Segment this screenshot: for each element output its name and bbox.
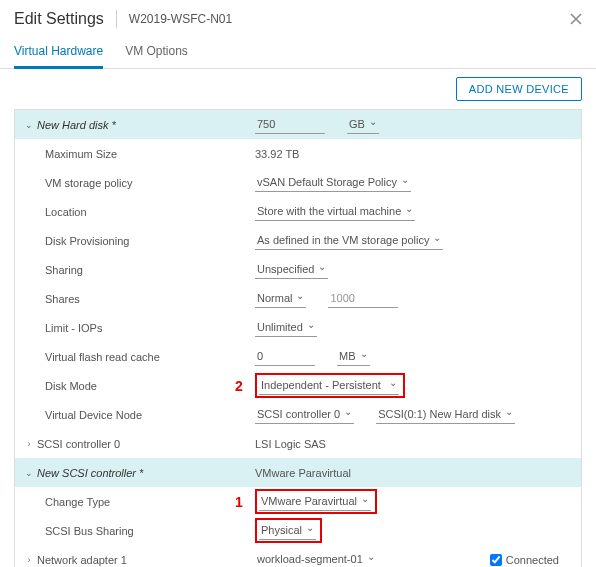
label: SCSI controller 0 <box>37 438 120 450</box>
row-vm-storage-policy: VM storage policy vSAN Default Storage P… <box>15 168 581 197</box>
limit-iops-select[interactable]: Unlimited <box>255 318 317 337</box>
label: VM storage policy <box>45 177 132 189</box>
annotation-2: 2 <box>235 378 243 394</box>
label: Disk Provisioning <box>45 235 129 247</box>
vm-storage-policy-select[interactable]: vSAN Default Storage Policy <box>255 173 411 192</box>
bus-sharing-select[interactable]: Physical <box>259 521 316 540</box>
tabs: Virtual Hardware VM Options <box>0 32 596 69</box>
section-new-hard-disk[interactable]: ⌄ New Hard disk * GB <box>15 110 581 139</box>
tab-virtual-hardware[interactable]: Virtual Hardware <box>14 38 103 69</box>
section-label: New SCSI controller * <box>37 467 143 479</box>
annotation-1: 1 <box>235 494 243 510</box>
chevron-down-icon[interactable]: ⌄ <box>25 468 33 478</box>
label: Maximum Size <box>45 148 117 160</box>
shares-value-input[interactable] <box>328 289 398 308</box>
label: Location <box>45 206 87 218</box>
row-vfrc: Virtual flash read cache MB <box>15 342 581 371</box>
value: VMware Paravirtual <box>255 467 351 479</box>
dialog-header: Edit Settings W2019-WSFC-N01 <box>0 0 596 32</box>
chevron-down-icon[interactable]: ⌄ <box>25 120 33 130</box>
row-shares: Shares Normal <box>15 284 581 313</box>
value: 33.92 TB <box>255 148 299 160</box>
vdn-disk-select[interactable]: SCSI(0:1) New Hard disk <box>376 405 515 424</box>
checkbox-input[interactable] <box>490 554 502 566</box>
row-max-size: Maximum Size 33.92 TB <box>15 139 581 168</box>
row-sharing: Sharing Unspecified <box>15 255 581 284</box>
settings-panel[interactable]: ⌄ New Hard disk * GB Maximum Size 33.92 … <box>14 109 582 567</box>
label: Sharing <box>45 264 83 276</box>
location-select[interactable]: Store with the virtual machine <box>255 202 415 221</box>
disk-size-input[interactable] <box>255 115 325 134</box>
row-scsi-bus-sharing: SCSI Bus Sharing Physical <box>15 516 581 545</box>
label: Disk Mode <box>45 380 97 392</box>
row-disk-provisioning: Disk Provisioning As defined in the VM s… <box>15 226 581 255</box>
section-label: New Hard disk * <box>37 119 116 131</box>
disk-mode-select[interactable]: Independent - Persistent <box>259 376 399 395</box>
highlight-change-type: VMware Paravirtual <box>255 489 377 514</box>
chevron-right-icon[interactable]: › <box>25 555 33 565</box>
highlight-disk-mode: Independent - Persistent <box>255 373 405 398</box>
row-location: Location Store with the virtual machine <box>15 197 581 226</box>
close-icon[interactable] <box>570 12 582 28</box>
disk-size-unit-select[interactable]: GB <box>347 115 379 134</box>
edit-settings-dialog: Edit Settings W2019-WSFC-N01 Virtual Har… <box>0 0 596 567</box>
chevron-right-icon[interactable]: › <box>25 439 33 449</box>
net-connected-checkbox[interactable]: Connected <box>490 554 559 566</box>
label: SCSI Bus Sharing <box>45 525 134 537</box>
row-network-adapter-1[interactable]: › Network adapter 1 workload-segment-01 … <box>15 545 581 567</box>
value: LSI Logic SAS <box>255 438 326 450</box>
shares-select[interactable]: Normal <box>255 289 306 308</box>
section-new-scsi-controller[interactable]: ⌄ New SCSI controller * VMware Paravirtu… <box>15 458 581 487</box>
label: Shares <box>45 293 80 305</box>
label: Virtual flash read cache <box>45 351 160 363</box>
row-scsi-controller-0[interactable]: › SCSI controller 0 LSI Logic SAS <box>15 429 581 458</box>
tab-vm-options[interactable]: VM Options <box>125 38 188 68</box>
label: Limit - IOPs <box>45 322 102 334</box>
vdn-controller-select[interactable]: SCSI controller 0 <box>255 405 354 424</box>
label: Network adapter 1 <box>37 554 127 566</box>
label: Change Type <box>45 496 110 508</box>
vm-name: W2019-WSFC-N01 <box>129 12 232 26</box>
toolbar: ADD NEW DEVICE <box>0 69 596 109</box>
sharing-select[interactable]: Unspecified <box>255 260 328 279</box>
row-limit-iops: Limit - IOPs Unlimited <box>15 313 581 342</box>
row-change-type: Change Type 1 VMware Paravirtual <box>15 487 581 516</box>
row-disk-mode: Disk Mode 2 Independent - Persistent <box>15 371 581 400</box>
row-virtual-device-node: Virtual Device Node SCSI controller 0 SC… <box>15 400 581 429</box>
vfrc-input[interactable] <box>255 347 315 366</box>
highlight-bus-sharing: Physical <box>255 518 322 543</box>
checkbox-label: Connected <box>506 554 559 566</box>
dialog-title: Edit Settings <box>14 10 104 28</box>
vfrc-unit-select[interactable]: MB <box>337 347 370 366</box>
change-type-select[interactable]: VMware Paravirtual <box>259 492 371 511</box>
add-new-device-button[interactable]: ADD NEW DEVICE <box>456 77 582 101</box>
network-adapter-select[interactable]: workload-segment-01 <box>255 550 377 567</box>
header-divider <box>116 10 117 28</box>
disk-provisioning-select[interactable]: As defined in the VM storage policy <box>255 231 443 250</box>
label: Virtual Device Node <box>45 409 142 421</box>
